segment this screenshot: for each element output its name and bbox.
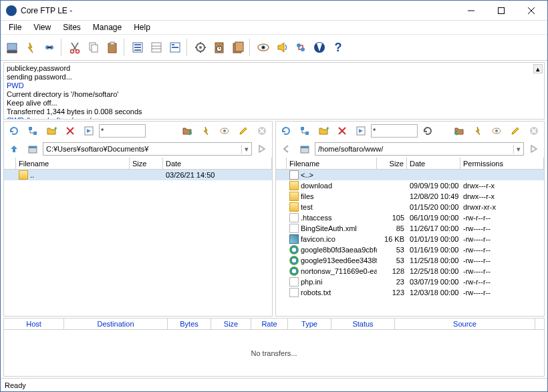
col-date[interactable]: Date <box>163 158 272 169</box>
col-permissions[interactable]: Permissions <box>460 158 544 169</box>
refresh-all-button[interactable] <box>166 39 184 56</box>
list-item[interactable]: <..> <box>276 170 544 180</box>
remote-filelist[interactable]: Filename Size Date Permissions <..> down… <box>276 158 544 316</box>
schedule-button[interactable] <box>211 39 228 56</box>
list-item[interactable]: nortonsw_711669e0-ea3f-0.html 128 12/25/… <box>276 266 544 276</box>
list-item[interactable]: files 12/08/20 10:49 drwx---r-x <box>276 191 544 202</box>
transfer-col-bytes[interactable]: Bytes <box>168 319 211 329</box>
list-item[interactable]: .htaccess 105 06/10/19 00:00 -rw-r--r-- <box>276 212 544 223</box>
img-icon <box>289 234 299 244</box>
svg-text:✦: ✦ <box>325 126 329 132</box>
local-go-button[interactable] <box>253 140 271 158</box>
transfer-col-destination[interactable]: Destination <box>64 319 168 329</box>
help-button[interactable]: ? <box>329 39 347 56</box>
log-line: publickey,password <box>7 64 541 73</box>
remote-path-input[interactable]: /home/softaro/www/▾ <box>315 142 524 156</box>
list-item[interactable]: download 09/09/19 00:00 drwx---r-x <box>276 180 544 191</box>
local-delete-button[interactable] <box>61 122 79 140</box>
local-newfolder-button[interactable]: ✦ <box>43 122 60 140</box>
view-button[interactable] <box>255 39 272 56</box>
transfer-queue[interactable]: No transfers... <box>3 330 545 377</box>
remote-tree-button[interactable] <box>296 122 313 140</box>
transfer-col-host[interactable]: Host <box>4 319 64 329</box>
about-button[interactable] <box>311 39 328 56</box>
col-date[interactable]: Date <box>407 158 460 169</box>
minimize-button[interactable] <box>456 1 486 20</box>
list-item[interactable]: favicon.ico 16 KB 01/01/19 00:00 -rw----… <box>276 234 544 244</box>
list-item[interactable]: .. 03/26/21 14:50 <box>4 170 272 180</box>
menu-manage[interactable]: Manage <box>88 21 127 33</box>
list-item[interactable]: php.ini 23 03/07/19 00:00 -rw-r--r-- <box>276 276 544 287</box>
menu-file[interactable]: File <box>3 21 27 33</box>
svg-text:?: ? <box>335 41 342 54</box>
log-pane[interactable]: ▴ publickey,passwordsending password...P… <box>3 62 545 120</box>
titlebar: Core FTP LE - <box>1 1 547 21</box>
remote-view-button[interactable] <box>488 122 505 140</box>
site-manager-button[interactable] <box>3 39 21 56</box>
local-up-button[interactable] <box>5 140 23 158</box>
paste-button[interactable] <box>104 39 121 56</box>
transfer-col-type[interactable]: Type <box>288 319 331 329</box>
transfer-col-source[interactable]: Source <box>395 319 535 329</box>
local-edit-button[interactable] <box>235 122 252 140</box>
remote-back-button[interactable] <box>277 140 295 158</box>
quick-connect-button[interactable] <box>22 39 39 56</box>
col-filename[interactable]: Filename <box>287 158 377 169</box>
local-lightning-button[interactable] <box>197 122 215 140</box>
remote-download-button[interactable] <box>450 122 468 140</box>
col-size[interactable]: Size <box>377 158 407 169</box>
transfer-header: HostDestinationBytesSizeRateTypeStatusSo… <box>3 318 545 330</box>
col-size[interactable]: Size <box>130 158 163 169</box>
remote-newfolder-button[interactable]: ✦ <box>315 122 332 140</box>
local-filter-input[interactable] <box>99 124 146 138</box>
close-button[interactable] <box>516 1 546 20</box>
menu-sites[interactable]: Sites <box>57 21 86 33</box>
local-stop-button[interactable] <box>253 122 271 140</box>
sound-button[interactable] <box>273 39 291 56</box>
html-icon <box>289 256 299 265</box>
remote-filter-input[interactable] <box>371 124 418 138</box>
remote-lightning-button[interactable] <box>469 122 487 140</box>
local-upload-button[interactable] <box>178 122 196 140</box>
local-refresh-button[interactable] <box>5 122 23 140</box>
local-view-button[interactable] <box>216 122 233 140</box>
remote-stop-button[interactable] <box>525 122 543 140</box>
list-item[interactable]: google913eed6ee3438f8f.html 53 11/25/18 … <box>276 255 544 266</box>
list-item[interactable]: robots.txt 123 12/03/18 00:00 -rw----r-- <box>276 287 544 298</box>
local-filelist[interactable]: Filename Size Date .. 03/26/21 14:50 <box>4 158 272 316</box>
queue-button[interactable] <box>229 39 247 56</box>
mode-button[interactable] <box>148 39 165 56</box>
svg-point-42 <box>297 43 301 47</box>
transfer-col-rate[interactable]: Rate <box>251 319 288 329</box>
select-all-button[interactable] <box>129 39 146 56</box>
remote-delete-button[interactable] <box>333 122 351 140</box>
list-item[interactable]: test 01/15/20 00:00 drwxr-xr-x <box>276 202 544 212</box>
sync-button[interactable] <box>292 39 309 56</box>
local-tree-button[interactable] <box>24 122 41 140</box>
cut-button[interactable] <box>66 39 84 56</box>
remote-edit-button[interactable] <box>507 122 524 140</box>
list-item[interactable]: google8b0fd3aeaa9cbfdf.html 53 01/16/19 … <box>276 244 544 255</box>
scroll-up-icon[interactable]: ▴ <box>533 64 543 73</box>
menu-view[interactable]: View <box>28 21 56 33</box>
dropdown-icon[interactable]: ▾ <box>513 145 521 154</box>
settings-button[interactable] <box>192 39 209 56</box>
remote-permissions-button[interactable] <box>352 122 370 140</box>
remote-go-button[interactable] <box>525 140 543 158</box>
local-path-input[interactable]: C:¥Users¥softaro¥Documents¥▾ <box>43 142 252 156</box>
local-drive-button[interactable] <box>24 140 41 158</box>
maximize-button[interactable] <box>486 1 516 20</box>
reconnect-button[interactable] <box>41 39 58 56</box>
remote-reload-button[interactable] <box>419 122 436 140</box>
col-filename[interactable]: Filename <box>16 158 130 169</box>
transfer-col-status[interactable]: Status <box>331 319 395 329</box>
menu-help[interactable]: Help <box>128 21 156 33</box>
list-item[interactable]: BingSiteAuth.xml 85 11/26/17 00:00 -rw--… <box>276 223 544 234</box>
local-execute-button[interactable] <box>80 122 98 140</box>
remote-refresh-button[interactable] <box>277 122 295 140</box>
remote-up-button[interactable] <box>296 140 313 158</box>
copy-button[interactable] <box>85 39 102 56</box>
dropdown-icon[interactable]: ▾ <box>241 145 249 154</box>
transfer-col-size[interactable]: Size <box>211 319 251 329</box>
svg-rect-46 <box>29 127 32 130</box>
